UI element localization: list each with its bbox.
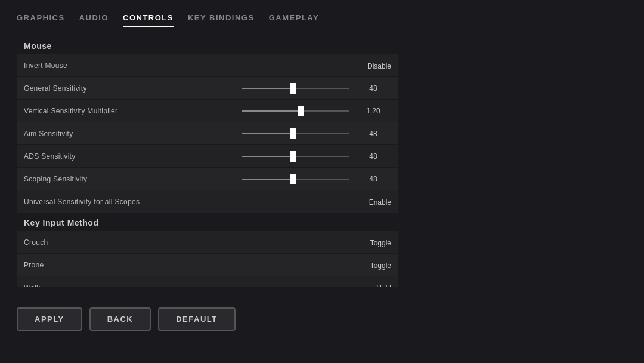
- setting-row: ProneToggle: [17, 254, 398, 276]
- slider-track[interactable]: [242, 88, 349, 89]
- slider-value: 48: [355, 175, 391, 183]
- page-title: [0, 0, 644, 13]
- setting-label: Vertical Sensitivity Multiplier: [24, 107, 117, 115]
- slider-value: 48: [355, 130, 391, 138]
- setting-label: Universal Sensitivity for all Scopes: [24, 198, 140, 206]
- slider-track[interactable]: [242, 133, 349, 134]
- content-area: MouseInvert MouseDisableGeneral Sensitiv…: [0, 36, 644, 334]
- slider-track[interactable]: [242, 110, 349, 112]
- setting-label: Crouch: [24, 238, 48, 247]
- slider-thumb[interactable]: [290, 151, 296, 162]
- bottom-bar: APPLYBACKDEFAULT: [0, 298, 252, 340]
- slider-thumb[interactable]: [298, 106, 304, 116]
- tab-gameplay[interactable]: GAMEPLAY: [269, 13, 319, 27]
- setting-value-container[interactable]: Toggle: [370, 260, 391, 270]
- setting-row: WalkHold: [17, 276, 398, 287]
- toggle-value[interactable]: Toggle: [370, 262, 391, 270]
- setting-row: Vertical Sensitivity Multiplier1.20: [17, 100, 398, 122]
- setting-value-container[interactable]: Enable: [369, 196, 391, 207]
- tab-graphics[interactable]: GRAPHICS: [17, 13, 65, 27]
- apply-button[interactable]: APPLY: [17, 307, 82, 331]
- setting-label: General Sensitivity: [24, 84, 87, 93]
- settings-panel[interactable]: MouseInvert MouseDisableGeneral Sensitiv…: [17, 36, 398, 287]
- setting-value-container[interactable]: Hold: [376, 282, 391, 288]
- setting-value-container[interactable]: 48: [242, 175, 391, 183]
- slider-thumb[interactable]: [290, 83, 296, 94]
- setting-row: Scoping Sensitivity48: [17, 168, 398, 190]
- back-button[interactable]: BACK: [89, 307, 151, 331]
- slider-thumb[interactable]: [290, 128, 296, 139]
- tab-key-bindings[interactable]: KEY BINDINGS: [188, 13, 255, 27]
- section-header-1: Key Input Method: [17, 213, 398, 231]
- setting-value-container[interactable]: 48: [242, 152, 391, 161]
- tab-audio[interactable]: AUDIO: [79, 13, 109, 27]
- slider-value: 48: [355, 84, 391, 93]
- setting-value-container[interactable]: Disable: [367, 60, 391, 71]
- setting-label: Scoping Sensitivity: [24, 175, 87, 183]
- default-button[interactable]: DEFAULT: [158, 307, 235, 331]
- setting-row: Invert MouseDisable: [17, 54, 398, 77]
- setting-value-container[interactable]: 48: [242, 84, 391, 93]
- setting-label: ADS Sensitivity: [24, 152, 76, 161]
- toggle-value[interactable]: Enable: [369, 198, 391, 207]
- setting-label: Walk: [24, 284, 40, 288]
- setting-value-container[interactable]: 48: [242, 130, 391, 138]
- setting-value-container[interactable]: 1.20: [242, 107, 391, 115]
- setting-value-container[interactable]: Toggle: [370, 237, 391, 248]
- slider-track[interactable]: [242, 179, 349, 180]
- toggle-value[interactable]: Hold: [376, 284, 391, 288]
- slider-value: 48: [355, 152, 391, 161]
- setting-row: Aim Sensitivity48: [17, 122, 398, 145]
- tabs-bar: GRAPHICSAUDIOCONTROLSKEY BINDINGSGAMEPLA…: [0, 13, 644, 27]
- setting-label: Invert Mouse: [24, 61, 67, 70]
- slider-track[interactable]: [242, 156, 349, 157]
- setting-row: Universal Sensitivity for all ScopesEnab…: [17, 190, 398, 213]
- setting-row: CrouchToggle: [17, 231, 398, 254]
- tab-controls[interactable]: CONTROLS: [123, 13, 174, 27]
- setting-label: Prone: [24, 261, 44, 269]
- section-header-0: Mouse: [17, 36, 398, 54]
- slider-thumb[interactable]: [290, 174, 296, 184]
- toggle-value[interactable]: Toggle: [370, 239, 391, 247]
- setting-row: General Sensitivity48: [17, 77, 398, 100]
- setting-label: Aim Sensitivity: [24, 130, 73, 138]
- toggle-value[interactable]: Disable: [367, 62, 391, 70]
- setting-row: ADS Sensitivity48: [17, 145, 398, 168]
- slider-value: 1.20: [355, 107, 391, 115]
